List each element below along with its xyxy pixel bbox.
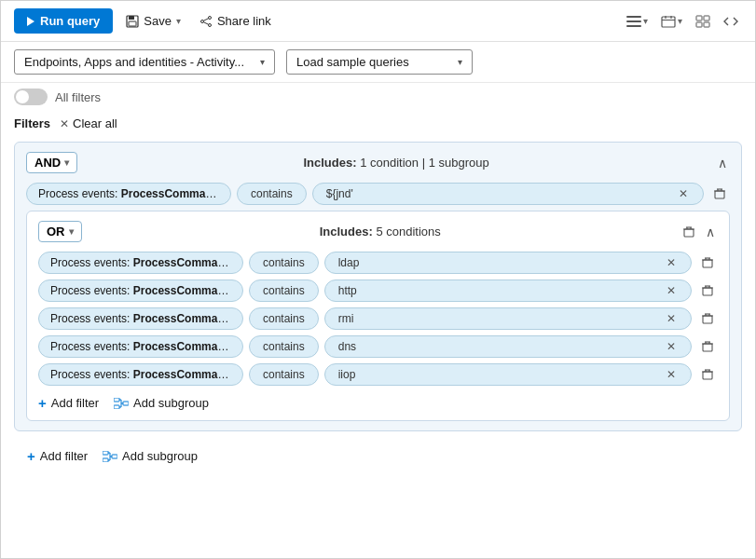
source-dropdown[interactable]: Endpoints, Apps and identities - Activit… — [14, 49, 275, 75]
or-conditions: Process events: ProcessComman... contain… — [38, 252, 718, 386]
or-add-filter-label: Add filter — [51, 396, 99, 410]
svg-rect-55 — [114, 405, 119, 409]
or-value-text-1: http — [338, 284, 357, 297]
filter-area: AND ▾ Includes: 1 condition | 1 subgroup… — [1, 136, 755, 558]
and-delete-icon — [713, 187, 726, 200]
svg-rect-10 — [626, 25, 641, 27]
or-add-subgroup-button[interactable]: Add subgroup — [114, 396, 209, 410]
or-field-tag-0: Process events: ProcessComman... — [38, 252, 243, 274]
or-collapse-button[interactable]: ∧ — [703, 222, 718, 242]
or-block-icons: ∧ — [679, 222, 718, 242]
svg-point-3 — [208, 16, 211, 19]
calendar-chevron: ▾ — [678, 16, 682, 26]
save-icon — [126, 15, 139, 28]
dropdowns-row: Endpoints, Apps and identities - Activit… — [1, 42, 755, 83]
code-button[interactable] — [720, 11, 742, 32]
or-operator-tag-1: contains — [249, 280, 319, 302]
or-delete-row-button-4[interactable] — [697, 366, 718, 383]
or-delete-button[interactable] — [679, 224, 699, 240]
svg-rect-24 — [684, 229, 694, 237]
bottom-add-subgroup-label: Add subgroup — [122, 449, 198, 463]
and-info-value: 1 condition | 1 subgroup — [360, 156, 489, 170]
or-remove-button-0[interactable]: ✕ — [665, 256, 678, 269]
or-remove-button-4[interactable]: ✕ — [665, 368, 678, 381]
or-value-text-3: dns — [338, 340, 356, 353]
or-remove-button-1[interactable]: ✕ — [665, 284, 678, 297]
or-remove-button-2[interactable]: ✕ — [665, 312, 678, 325]
or-delete-row-icon-0 — [701, 256, 714, 269]
clear-all-label: Clear all — [73, 116, 117, 130]
sample-queries-dropdown[interactable]: Load sample queries ▾ — [286, 49, 473, 75]
or-delete-row-button-2[interactable] — [697, 310, 718, 327]
and-remove-button[interactable]: ✕ — [677, 187, 690, 200]
svg-rect-63 — [112, 455, 117, 458]
or-operator-tag-2: contains — [249, 307, 319, 330]
or-block-info: Includes: 5 conditions — [320, 225, 441, 239]
or-field-tag-4: Process events: ProcessComman... — [38, 363, 243, 386]
svg-rect-17 — [696, 22, 702, 27]
or-condition-row-0: Process events: ProcessComman... contain… — [38, 252, 718, 274]
and-block: AND ▾ Includes: 1 condition | 1 subgroup… — [14, 142, 742, 431]
and-operator-tag: contains — [237, 183, 307, 205]
or-delete-row-icon-1 — [701, 284, 714, 297]
save-chevron: ▾ — [176, 16, 181, 26]
or-condition-row-1: Process events: ProcessComman... contain… — [38, 280, 718, 302]
or-info-value: 5 conditions — [376, 225, 440, 239]
or-subgroup-icon — [114, 398, 129, 409]
run-query-label: Run query — [40, 14, 100, 28]
grid-button[interactable] — [692, 11, 714, 32]
or-info-label: Includes: — [320, 225, 373, 239]
run-query-button[interactable]: Run query — [14, 8, 113, 34]
or-value-tag-3: dns ✕ — [324, 335, 692, 358]
or-value-tag-4: iiop ✕ — [324, 363, 692, 386]
or-add-row: + Add filter — [38, 391, 718, 411]
svg-rect-29 — [703, 260, 712, 267]
calendar-button[interactable]: ▾ — [657, 11, 686, 32]
or-value-tag-0: ldap ✕ — [324, 252, 692, 274]
save-label: Save — [144, 14, 172, 28]
svg-rect-2 — [129, 21, 136, 26]
and-collapse-button[interactable]: ∧ — [715, 153, 730, 173]
or-add-filter-button[interactable]: + Add filter — [38, 395, 99, 411]
or-chevron: ▾ — [69, 226, 74, 237]
or-field-tag-2: Process events: ProcessComman... — [38, 307, 243, 330]
save-button[interactable]: Save ▾ — [120, 10, 186, 32]
share-label: Share link — [217, 14, 271, 28]
and-logic-badge[interactable]: AND ▾ — [26, 152, 77, 173]
list-view-button[interactable]: ▾ — [623, 11, 652, 32]
bottom-add-subgroup-button[interactable]: Add subgroup — [103, 449, 198, 463]
all-filters-toggle[interactable] — [14, 89, 48, 105]
or-value-text-4: iiop — [338, 368, 356, 381]
list-view-chevron: ▾ — [643, 16, 648, 26]
or-remove-button-3[interactable]: ✕ — [665, 340, 678, 353]
or-operator-tag-4: contains — [249, 363, 319, 386]
or-value-tag-2: rmi ✕ — [324, 307, 692, 330]
or-delete-row-button-3[interactable] — [697, 338, 718, 355]
bottom-add-filter-label: Add filter — [40, 449, 88, 463]
or-delete-row-icon-2 — [701, 312, 714, 325]
and-field-tag: Process events: ProcessComman... — [26, 183, 231, 205]
svg-rect-61 — [103, 451, 108, 455]
and-value-text: ${jnd' — [326, 187, 353, 200]
and-info-label: Includes: — [303, 156, 356, 170]
svg-rect-9 — [626, 20, 641, 22]
play-icon — [27, 17, 34, 26]
or-value-text-2: rmi — [338, 312, 354, 325]
or-condition-row-3: Process events: ProcessComman... contain… — [38, 335, 718, 358]
or-delete-row-button-1[interactable] — [697, 282, 718, 299]
and-delete-button[interactable] — [709, 185, 730, 202]
share-link-button[interactable]: Share link — [194, 10, 277, 32]
svg-point-4 — [208, 23, 211, 26]
or-logic-badge[interactable]: OR ▾ — [38, 221, 82, 242]
clear-all-button[interactable]: ✕ Clear all — [60, 116, 117, 130]
source-value: Endpoints, Apps and identities - Activit… — [24, 55, 244, 69]
all-filters-row: All filters — [1, 83, 755, 111]
or-operator-tag-0: contains — [249, 252, 319, 274]
svg-rect-15 — [696, 16, 702, 20]
or-operator-tag-3: contains — [249, 335, 319, 358]
bottom-add-filter-button[interactable]: + Add filter — [27, 448, 88, 464]
or-add-subgroup-label: Add subgroup — [133, 396, 209, 410]
or-delete-row-button-0[interactable] — [697, 254, 718, 271]
svg-rect-19 — [715, 191, 724, 198]
bottom-add-filter-plus-icon: + — [27, 448, 35, 464]
